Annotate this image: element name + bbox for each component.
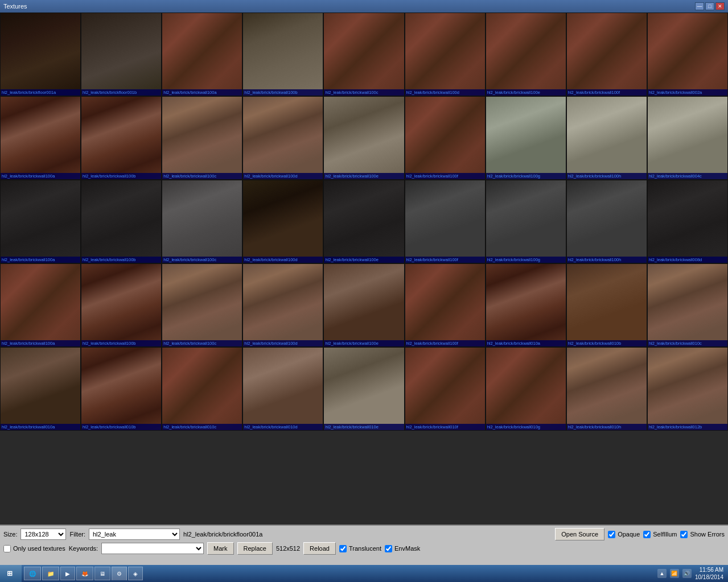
title-bar: Textures — □ ✕ xyxy=(0,0,728,13)
mark-button[interactable]: Mark xyxy=(207,542,233,555)
toolbar-row2: Only used textures Keywords: Mark Replac… xyxy=(3,542,725,555)
taskbar-item-firefox[interactable]: 🦊 xyxy=(76,567,93,580)
showerrors-label: Show Errors xyxy=(690,531,725,538)
texture-cell[interactable]: hl2_leak/brick/brickwall010a xyxy=(0,347,81,431)
texture-cell[interactable]: hl2_leak/brick/brickwall100f xyxy=(405,263,486,347)
envmask-checkbox-group: EnvMask xyxy=(385,545,420,552)
texture-cell[interactable]: hl2_leak/brick/brickwall100c xyxy=(162,263,242,347)
texture-cell[interactable]: hl2_leak/brick/brickwall012b xyxy=(647,347,728,431)
app-icon: ◈ xyxy=(133,571,138,577)
firefox-icon: 🦊 xyxy=(81,571,88,577)
tray-icon-volume[interactable]: 🔊 xyxy=(682,569,692,578)
only-used-checkbox-group: Only used textures xyxy=(3,545,65,552)
texture-area: hl2_leak/brick/brickfloor001a hl2_leak/b… xyxy=(0,13,728,525)
opaque-checkbox[interactable] xyxy=(608,531,615,538)
keywords-select[interactable] xyxy=(101,543,204,554)
system-clock[interactable]: 11:56 AM 10/18/2014 xyxy=(695,566,723,581)
texture-cell[interactable]: hl2_leak/brick/brickwall010g xyxy=(486,347,566,431)
taskbar-item-folder[interactable]: 📁 xyxy=(42,567,59,580)
start-button[interactable]: ⊞ xyxy=(0,565,22,582)
texture-cell[interactable]: hl2_leak/brick/brickwall010b xyxy=(566,263,647,347)
texture-cell[interactable]: hl2_leak/brick/brickwall100a xyxy=(0,96,81,180)
monitor-icon: 🖥 xyxy=(100,571,105,577)
texture-cell[interactable]: hl2_leak/brick/brickwall100d xyxy=(242,263,323,347)
texture-cell[interactable]: hl2_leak/brick/brickwall010c xyxy=(162,347,242,431)
envmask-label: EnvMask xyxy=(394,545,420,552)
texture-cell[interactable]: hl2_leak/brick/brickwall100e xyxy=(486,13,566,96)
texture-cell[interactable]: hl2_leak/brick/brickwall100e xyxy=(323,263,404,347)
texture-cell[interactable]: hl2_leak/brick/brickwall100a xyxy=(0,263,81,347)
texture-cell[interactable]: hl2_leak/brick/brickwall100g xyxy=(486,180,566,263)
window-title: Textures xyxy=(3,3,27,10)
taskbar-item-ie[interactable]: 🌐 xyxy=(24,567,41,580)
taskbar-item-app[interactable]: ◈ xyxy=(128,567,143,580)
media-icon: ▶ xyxy=(65,571,70,577)
texture-cell[interactable]: hl2_leak/brick/brickwall010b xyxy=(81,347,162,431)
texture-path: hl2_leak/brick/brickfloor001a xyxy=(183,531,552,538)
envmask-checkbox[interactable] xyxy=(385,545,392,552)
texture-cell[interactable]: hl2_leak/brick/brickwall100c xyxy=(162,180,242,263)
texture-cell[interactable]: hl2_leak/brick/brickwall002a xyxy=(647,13,728,96)
folder-icon: 📁 xyxy=(47,571,54,577)
filter-select[interactable]: hl2_leak hl2 xyxy=(89,529,180,540)
texture-cell[interactable]: hl2_leak/brick/brickwall100e xyxy=(323,180,404,263)
title-controls: — □ ✕ xyxy=(695,2,725,10)
maximize-button[interactable]: □ xyxy=(705,2,714,10)
texture-cell[interactable]: hl2_leak/brick/brickwall100f xyxy=(405,96,486,180)
texture-cell[interactable]: hl2_leak/brick/brickwall100b xyxy=(242,13,323,96)
tray-icon-1[interactable]: ▲ xyxy=(657,569,667,578)
taskbar-item-steam[interactable]: ⚙ xyxy=(112,567,127,580)
translucent-checkbox-group: Translucent xyxy=(339,545,381,552)
texture-cell[interactable]: hl2_leak/brick/brickwall100f xyxy=(405,180,486,263)
only-used-label: Only used textures xyxy=(13,545,65,552)
size-label: Size: xyxy=(3,531,17,538)
clock-date: 10/18/2014 xyxy=(695,573,723,581)
texture-cell[interactable]: hl2_leak/brick/brickwall100f xyxy=(566,13,647,96)
texture-cell[interactable]: hl2_leak/brick/brickwall100h xyxy=(566,180,647,263)
texture-cell[interactable]: hl2_leak/brick/brickwall010h xyxy=(566,347,647,431)
texture-cell[interactable]: hl2_leak/brick/brickwall100d xyxy=(405,13,486,96)
texture-cell[interactable]: hl2_leak/brick/brickwall100h xyxy=(566,96,647,180)
texture-cell[interactable]: hl2_leak/brick/brickwall100d xyxy=(242,180,323,263)
texture-cell[interactable]: hl2_leak/brick/brickwall100b xyxy=(81,180,162,263)
texture-cell[interactable]: hl2_leak/brick/brickwall100g xyxy=(486,96,566,180)
texture-cell[interactable]: hl2_leak/brick/brickwall100b xyxy=(81,96,162,180)
reload-button[interactable]: Reload xyxy=(303,542,336,555)
open-source-button[interactable]: Open Source xyxy=(555,528,604,540)
taskbar: ⊞ 🌐 📁 ▶ 🦊 🖥 ⚙ ◈ ▲ 📶 🔊 11:56 AM 10/ xyxy=(0,565,728,582)
taskbar-tray: ▲ 📶 🔊 11:56 AM 10/18/2014 xyxy=(653,566,728,581)
selfillum-checkbox[interactable] xyxy=(643,531,651,538)
close-button[interactable]: ✕ xyxy=(715,2,725,10)
replace-button[interactable]: Replace xyxy=(237,542,273,555)
minimize-button[interactable]: — xyxy=(695,2,704,10)
taskbar-item-monitor[interactable]: 🖥 xyxy=(94,567,110,580)
texture-cell[interactable]: hl2_leak/brick/brickwall010d xyxy=(242,347,323,431)
texture-cell[interactable]: hl2_leak/brick/brickwall010e xyxy=(323,347,404,431)
texture-cell[interactable]: hl2_leak/brick/brickwall100a xyxy=(162,13,242,96)
taskbar-item-media[interactable]: ▶ xyxy=(60,567,75,580)
translucent-label: Translucent xyxy=(349,545,381,552)
showerrors-checkbox[interactable] xyxy=(680,531,688,538)
size-select[interactable]: 128x128 256x256 512x512 xyxy=(20,529,66,540)
filter-label: Filter: xyxy=(69,531,85,538)
texture-cell[interactable]: hl2_leak/brick/brickfloor001b xyxy=(81,13,162,96)
windows-logo-icon: ⊞ xyxy=(7,569,13,577)
texture-cell[interactable]: hl2_leak/brick/brickwall100e xyxy=(323,96,404,180)
texture-cell[interactable]: hl2_leak/brick/brickwall010f xyxy=(405,347,486,431)
texture-cell[interactable]: hl2_leak/brick/brickwall100a xyxy=(0,180,81,263)
texture-cell[interactable]: hl2_leak/brick/brickwall100b xyxy=(81,263,162,347)
opaque-label: Opaque xyxy=(618,531,640,538)
texture-cell[interactable]: hl2_leak/brick/brickwall010c xyxy=(647,263,728,347)
steam-icon: ⚙ xyxy=(117,571,122,577)
texture-cell[interactable]: hl2_leak/brick/brickwall100d xyxy=(242,96,323,180)
info-text: 512x512 xyxy=(276,545,300,552)
texture-cell[interactable]: hl2_leak/brick/brickwall100c xyxy=(162,96,242,180)
tray-icon-network[interactable]: 📶 xyxy=(670,569,679,578)
texture-cell[interactable]: hl2_leak/brick/brickwall010a xyxy=(486,263,566,347)
texture-cell[interactable]: hl2_leak/brick/brickwall008d xyxy=(647,180,728,263)
translucent-checkbox[interactable] xyxy=(339,545,347,552)
texture-cell[interactable]: hl2_leak/brick/brickwall004c xyxy=(647,96,728,180)
only-used-checkbox[interactable] xyxy=(3,545,11,552)
texture-cell[interactable]: hl2_leak/brick/brickfloor001a xyxy=(0,13,81,96)
texture-cell[interactable]: hl2_leak/brick/brickwall100c xyxy=(323,13,404,96)
